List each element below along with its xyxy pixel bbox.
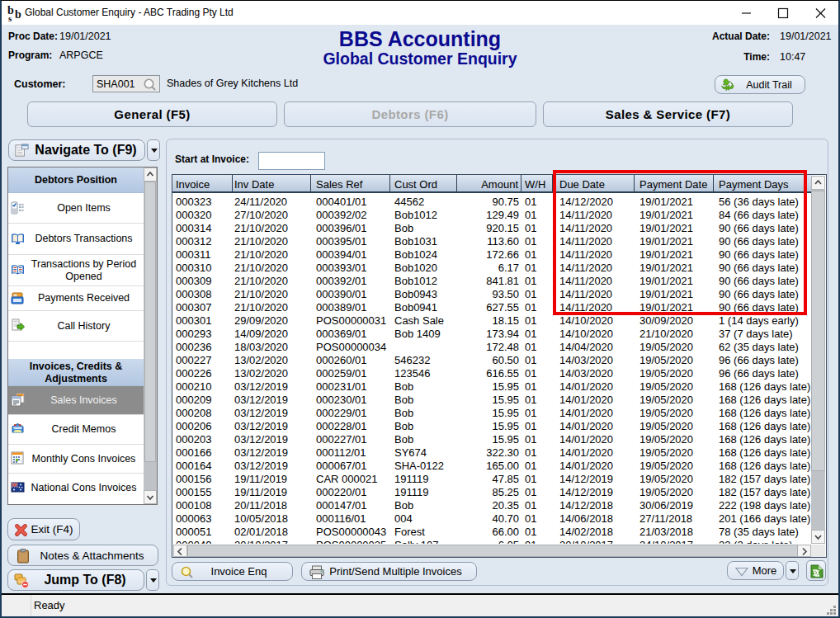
svg-text:b: b	[15, 8, 21, 21]
svg-text:s: s	[8, 13, 12, 23]
